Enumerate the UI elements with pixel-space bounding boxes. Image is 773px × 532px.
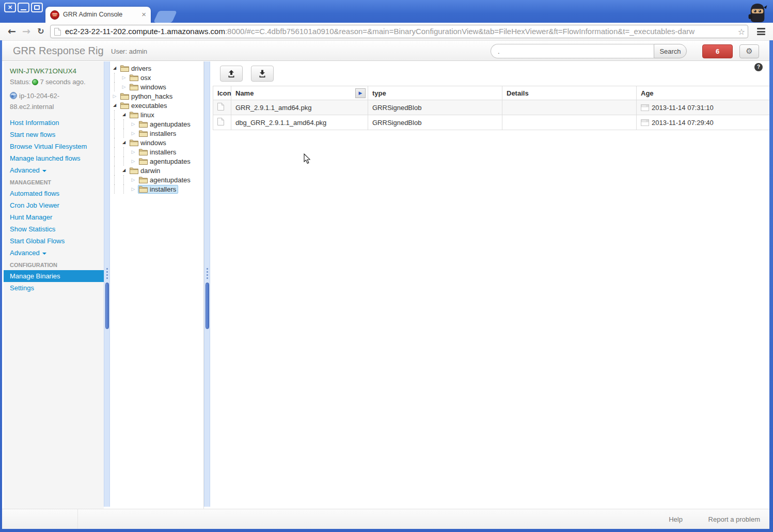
table-row[interactable]: dbg_GRR_2.9.1.1_amd64.pkgGRRSignedBlob20… bbox=[213, 115, 770, 130]
tree-node-content[interactable]: agentupdates bbox=[138, 120, 193, 129]
url-host: ec2-23-22-11-202.compute-1.amazonaws.com bbox=[65, 27, 225, 36]
window-maximize-button[interactable] bbox=[31, 3, 43, 12]
tree-node-content[interactable]: executables bbox=[119, 101, 169, 110]
tree-node-content[interactable]: installers bbox=[138, 185, 178, 194]
tree-node-content[interactable]: installers bbox=[138, 148, 178, 157]
sidebar-item-manage-binaries[interactable]: Manage Binaries bbox=[4, 270, 107, 282]
sidebar-item-advanced[interactable]: Advanced bbox=[4, 164, 104, 176]
help-link[interactable]: Help bbox=[669, 515, 683, 523]
sidebar-item-settings[interactable]: Settings bbox=[4, 282, 104, 294]
tree-node-label: agentupdates bbox=[150, 158, 191, 165]
download-button[interactable] bbox=[251, 66, 274, 82]
expand-toggle-icon[interactable]: ▷ bbox=[129, 184, 138, 194]
tree-node-executables[interactable]: ◢executables bbox=[110, 101, 203, 110]
tree-node-content[interactable]: agentupdates bbox=[138, 176, 193, 184]
window-close-button[interactable]: ✕ bbox=[4, 3, 16, 12]
url-bar[interactable]: ec2-23-22-11-202.compute-1.amazonaws.com… bbox=[50, 25, 748, 38]
collapse-toggle-icon[interactable]: ◢ bbox=[110, 101, 119, 110]
sidebar-item-show-statistics[interactable]: Show Statistics bbox=[4, 223, 104, 235]
notifications-button[interactable]: 6 bbox=[702, 44, 733, 58]
sidebar-item-cron-job-viewer[interactable]: Cron Job Viewer bbox=[4, 199, 104, 211]
tree-node-content[interactable]: python_hacks bbox=[119, 92, 175, 101]
collapse-toggle-icon[interactable]: ◢ bbox=[110, 64, 119, 73]
sidebar-item-hunt-manager[interactable]: Hunt Manager bbox=[4, 211, 104, 223]
expand-toggle-icon[interactable]: ▷ bbox=[129, 129, 138, 138]
reload-icon[interactable]: ↻ bbox=[34, 23, 48, 40]
folder-icon bbox=[139, 186, 148, 193]
collapse-toggle-icon[interactable]: ◢ bbox=[119, 166, 129, 175]
sidebar-item-browse-virtual-filesystem[interactable]: Browse Virtual Filesystem bbox=[4, 140, 104, 152]
tree-node-darwin[interactable]: ◢darwin bbox=[110, 166, 203, 175]
splitter-handle[interactable] bbox=[105, 283, 109, 329]
back-icon[interactable]: ← bbox=[5, 23, 19, 40]
network-globe-icon bbox=[10, 92, 17, 99]
forward-icon[interactable]: → bbox=[20, 23, 33, 40]
tree-node-agentupdates[interactable]: ▷agentupdates bbox=[110, 175, 203, 184]
report-problem-link[interactable]: Report a problem bbox=[708, 515, 760, 523]
help-icon[interactable]: ? bbox=[754, 63, 763, 71]
sidebar-item-start-global-flows[interactable]: Start Global Flows bbox=[4, 235, 104, 247]
expand-toggle-icon[interactable]: ▷ bbox=[129, 147, 138, 157]
hamburger-menu-icon[interactable] bbox=[754, 26, 768, 37]
tree-node-content[interactable]: agentupdates bbox=[138, 157, 193, 166]
folder-icon bbox=[139, 177, 148, 183]
tree-node-content[interactable]: windows bbox=[129, 83, 168, 91]
tree-node-content[interactable]: linux bbox=[129, 111, 156, 119]
collapse-toggle-icon[interactable]: ◢ bbox=[119, 110, 129, 119]
tree-node-content[interactable]: drivers bbox=[119, 64, 153, 73]
tree-node-drivers[interactable]: ◢drivers bbox=[110, 64, 203, 73]
expand-toggle-icon[interactable]: ▷ bbox=[119, 82, 129, 91]
row-name-cell: dbg_GRR_2.9.1.1_amd64.pkg bbox=[231, 115, 368, 130]
search-button[interactable]: Search bbox=[654, 44, 687, 58]
expand-toggle-icon[interactable]: ▷ bbox=[119, 73, 129, 82]
tree-node-windows[interactable]: ◢windows bbox=[110, 138, 203, 147]
folder-icon bbox=[130, 74, 138, 81]
tree-node-label: linux bbox=[140, 111, 154, 119]
tree-node-linux[interactable]: ◢linux bbox=[110, 110, 203, 119]
tree-node-content[interactable]: osx bbox=[129, 73, 153, 82]
sidebar-item-automated-flows[interactable]: Automated flows bbox=[4, 187, 104, 199]
table-row[interactable]: GRR_2.9.1.1_amd64.pkgGRRSignedBlob2013-1… bbox=[213, 100, 770, 115]
tree-node-label: python_hacks bbox=[131, 92, 172, 100]
tree-connector-line bbox=[119, 119, 129, 129]
sidebar-nav: Host InformationStart new flowsBrowse Vi… bbox=[4, 117, 104, 294]
host-info-block: WIN-JTWK71ONUX4 Status:7 seconds ago. ip… bbox=[4, 61, 104, 112]
window-minimize-button[interactable] bbox=[18, 3, 29, 12]
window-titlebar: ✕ GRR Admin Console × bbox=[0, 0, 773, 23]
splitter-handle[interactable] bbox=[206, 283, 209, 329]
tree-node-content[interactable]: darwin bbox=[129, 166, 162, 175]
expand-toggle-icon[interactable]: ▷ bbox=[129, 175, 138, 184]
expand-toggle-icon[interactable]: ▷ bbox=[129, 119, 138, 129]
sidebar-item-advanced[interactable]: Advanced bbox=[4, 247, 104, 259]
expand-toggle-icon[interactable]: ▷ bbox=[110, 91, 119, 101]
splitter-tree[interactable] bbox=[204, 61, 210, 507]
search-input[interactable] bbox=[491, 44, 654, 58]
tree-node-windows[interactable]: ▷windows bbox=[110, 82, 203, 91]
bookmark-star-icon[interactable]: ☆ bbox=[738, 25, 745, 38]
tree-node-agentupdates[interactable]: ▷agentupdates bbox=[110, 157, 203, 166]
splitter-sidebar[interactable] bbox=[104, 61, 110, 507]
sidebar-item-host-information[interactable]: Host Information bbox=[4, 117, 104, 129]
tree-node-content[interactable]: installers bbox=[138, 129, 178, 138]
row-age-text: 2013-11-14 07:31:10 bbox=[652, 104, 714, 112]
tree-node-agentupdates[interactable]: ▷agentupdates bbox=[110, 119, 203, 129]
ninja-avatar-icon bbox=[747, 2, 768, 23]
sidebar-item-manage-launched-flows[interactable]: Manage launched flows bbox=[4, 152, 104, 164]
expand-toggle-icon[interactable]: ▷ bbox=[129, 157, 138, 166]
tree-node-python-hacks[interactable]: ▷python_hacks bbox=[110, 91, 203, 101]
sidebar-item-start-new-flows[interactable]: Start new flows bbox=[4, 129, 104, 140]
tree-node-content[interactable]: windows bbox=[129, 138, 168, 147]
tab-close-icon[interactable]: × bbox=[141, 7, 146, 22]
url-path: :8000/#c=C.4dbfb756101a0910&reason=&main… bbox=[225, 27, 695, 36]
gear-icon[interactable]: ⚙ bbox=[739, 44, 759, 58]
header-icon: Icon bbox=[213, 86, 231, 100]
collapse-toggle-icon[interactable]: ◢ bbox=[119, 138, 129, 147]
tree-node-installers[interactable]: ▷installers bbox=[110, 147, 203, 157]
browser-tab[interactable]: GRR Admin Console × bbox=[45, 7, 151, 23]
upload-button[interactable] bbox=[220, 66, 243, 82]
tree-node-installers[interactable]: ▷installers bbox=[110, 184, 203, 194]
name-filter-button[interactable]: ▶ bbox=[355, 88, 366, 98]
tree-node-installers[interactable]: ▷installers bbox=[110, 129, 203, 138]
new-tab-button[interactable] bbox=[153, 11, 177, 23]
tree-node-osx[interactable]: ▷osx bbox=[110, 73, 203, 82]
